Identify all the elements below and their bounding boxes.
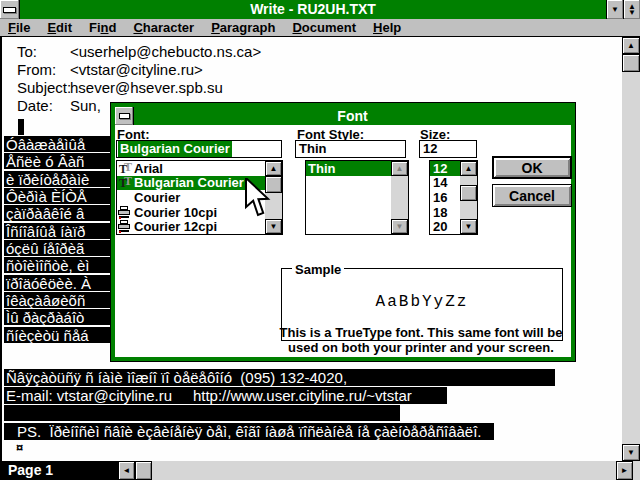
arrow-right-icon: ► <box>621 466 629 475</box>
sample-group-label: Sample <box>292 262 344 277</box>
arrow-down-icon: ▼ <box>465 222 473 231</box>
font-style-scrollbar[interactable]: ▲ ▼ <box>391 161 408 234</box>
arrow-down-icon: ▼ <box>627 448 635 457</box>
size-scrollbar[interactable]: ▲ ▼ <box>460 161 477 234</box>
dialog-control-menu-button[interactable] <box>115 107 134 125</box>
cancel-button[interactable]: Cancel <box>492 184 572 207</box>
menu-find[interactable]: Find <box>89 20 116 35</box>
window-title: Write - RU2UH.TXT <box>20 0 606 19</box>
scroll-up-button[interactable]: ▲ <box>622 37 640 54</box>
vertical-scroll-thumb[interactable] <box>622 54 640 72</box>
page-indicator: Page 1 <box>0 461 118 480</box>
dialog-title-bar: Font <box>115 107 571 125</box>
control-menu-button[interactable] <box>0 0 20 19</box>
scroll-thumb[interactable] <box>460 185 477 201</box>
no-icon <box>117 191 134 204</box>
restore-button[interactable]: ▲ ▼ <box>623 0 640 19</box>
arrow-up-icon: ▲ <box>270 164 278 173</box>
selected-fragment: è ïðèíòåðàìè <box>4 171 110 187</box>
font-list-item-selected[interactable]: TT Bulgarian Courier <box>117 176 265 191</box>
header-line-to: To:<userhelp@chebucto.ns.ca> <box>17 43 261 60</box>
selected-fragment: ñíèçèòü ñåá <box>4 327 110 343</box>
vertical-scrollbar[interactable]: ▲ ▼ <box>622 37 640 461</box>
selected-fragment: Óâàæàåìûå <box>4 136 110 152</box>
selected-fragment: îêàçàâøèõñ <box>4 292 110 308</box>
menu-edit[interactable]: Edit <box>47 20 72 35</box>
selected-fragment: Ìû ðàçðàáîò <box>4 309 110 325</box>
selected-fragment: ñòîèìîñòè, èì <box>4 257 110 273</box>
selected-line-email: E-mail: vtstar@cityline.ru http://www.us… <box>4 387 447 404</box>
horizontal-scroll-thumb[interactable] <box>135 461 152 480</box>
size-input[interactable]: 12 <box>419 140 477 158</box>
font-style-list[interactable]: Thin ▲ ▼ <box>305 160 409 235</box>
truetype-info-line2: used on both your printer and your scree… <box>261 340 581 355</box>
scroll-right-button[interactable]: ► <box>616 461 633 480</box>
menu-document[interactable]: Document <box>292 20 356 35</box>
scroll-down-button-disabled: ▼ <box>391 219 408 234</box>
write-app-window: Write - RU2UH.TXT ▼ ▲ ▼ File Edit Find C… <box>0 0 640 480</box>
truetype-icon: TT <box>117 162 134 175</box>
arrow-down-icon: ▼ <box>270 222 278 231</box>
header-line-subject: Subject:hsever@hsever.spb.su <box>17 79 223 96</box>
selected-fragment: ïðîäóêöèè. À <box>4 275 110 291</box>
scroll-up-button[interactable]: ▲ <box>265 161 282 176</box>
font-name-input[interactable]: Bulgarian Courier <box>116 140 282 158</box>
selected-fragment: çàïðàâêîé â <box>4 205 110 221</box>
menu-help[interactable]: Help <box>373 20 401 35</box>
minimize-icon: ▼ <box>611 7 619 13</box>
selection-start-mark <box>18 119 24 135</box>
selected-line-ps: PS. Ïðèíîñèì ñâîè èçâèíåíèÿ òåì, êîãî íà… <box>4 423 494 440</box>
ok-button[interactable]: OK <box>492 156 572 179</box>
font-style-input[interactable]: Thin <box>295 140 406 158</box>
scroll-down-button[interactable]: ▼ <box>622 444 640 461</box>
arrow-left-icon: ◄ <box>123 466 131 475</box>
selected-fragment: óçëû íåîðèã <box>4 240 110 256</box>
font-list-item[interactable]: TT Arial <box>117 161 282 176</box>
font-dialog: Font Font: Bulgarian Courier TT Arial TT… <box>110 102 576 362</box>
restore-down-icon: ▼ <box>628 10 636 16</box>
arrow-up-icon: ▲ <box>465 164 473 173</box>
selected-fragment: Ôèðìà ÈÍÒÅ <box>4 188 110 204</box>
scroll-down-button[interactable]: ▼ <box>460 219 477 234</box>
header-line-from: From:<vtstar@cityline.ru> <box>17 61 203 78</box>
menu-bar: File Edit Find Character Paragraph Docum… <box>0 19 640 37</box>
selected-fragment: Åñëè ó Âàñ <box>4 153 110 169</box>
dialog-title: Font <box>134 107 571 125</box>
font-style-item-selected[interactable]: Thin <box>306 161 393 176</box>
menu-character[interactable]: Character <box>133 20 194 35</box>
mouse-cursor-icon <box>244 178 272 222</box>
printer-font-icon <box>117 206 134 219</box>
selected-line-phone: Ñâÿçàòüñÿ ñ íàìè ìîæíî ïî òåëåôîíó (095)… <box>4 369 555 386</box>
arrow-up-icon: ▲ <box>627 41 635 50</box>
printer-font-icon <box>117 220 134 233</box>
size-list[interactable]: 12 14 16 18 20 ▲ ▼ <box>429 160 478 235</box>
arrow-up-icon: ▲ <box>396 164 404 173</box>
truetype-info-line1: This is a TrueType font. This same font … <box>261 325 581 340</box>
menu-paragraph[interactable]: Paragraph <box>211 20 275 35</box>
selected-blank-line <box>4 405 400 421</box>
scroll-up-button-disabled: ▲ <box>391 161 408 176</box>
scroll-left-button[interactable]: ◄ <box>118 461 135 480</box>
truetype-icon: TT <box>117 176 134 189</box>
dialog-content: Font: Bulgarian Courier TT Arial TT Bulg… <box>115 125 571 357</box>
control-menu-icon <box>3 7 16 13</box>
arrow-down-icon: ▼ <box>396 222 404 231</box>
status-bar: Page 1 ◄ ► <box>0 461 640 480</box>
minimize-button[interactable]: ▼ <box>606 0 623 19</box>
menu-file[interactable]: File <box>8 20 30 35</box>
title-bar: Write - RU2UH.TXT ▼ ▲ ▼ <box>0 0 640 19</box>
selected-fragment: Îñíîâíûå íàïð <box>4 223 110 239</box>
dialog-control-menu-icon <box>119 113 130 119</box>
scroll-up-button[interactable]: ▲ <box>460 161 477 176</box>
size-item-selected[interactable]: 12 <box>430 161 464 176</box>
header-line-date: Date:Sun, <box>17 97 101 114</box>
end-of-document-mark: ¤ <box>16 440 23 455</box>
sample-preview-text: AaBbYyZz <box>282 293 562 311</box>
horizontal-scrollbar[interactable]: ◄ ► <box>118 461 640 480</box>
